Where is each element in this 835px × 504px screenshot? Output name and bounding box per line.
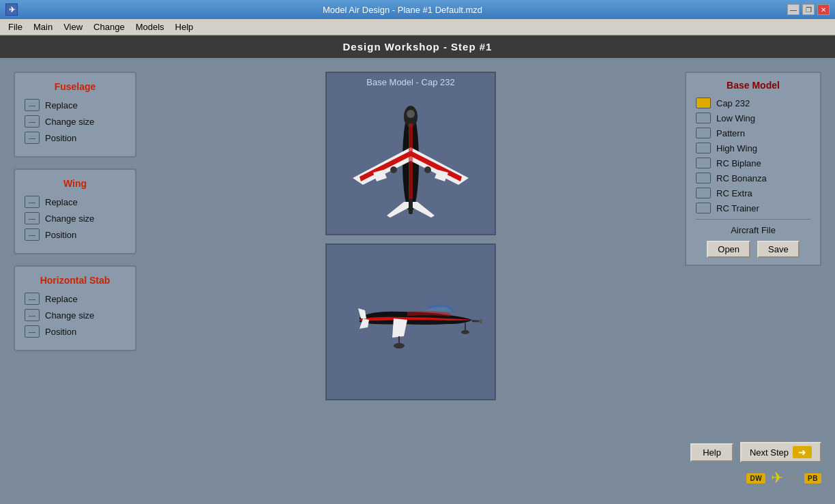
bottom-icons: DW ✈ ➜ PB bbox=[746, 469, 821, 487]
menu-view[interactable]: View bbox=[58, 20, 88, 33]
hstab-changesize-button[interactable]: Change size bbox=[25, 309, 126, 321]
model-rcbiplane-icon bbox=[696, 158, 711, 168]
svg-point-5 bbox=[424, 166, 431, 173]
model-lowwing-label: Low Wing bbox=[716, 113, 755, 123]
preview-top-label: Base Model - Cap 232 bbox=[327, 77, 495, 87]
model-lowwing-icon bbox=[696, 113, 711, 123]
wing-position-icon bbox=[25, 228, 40, 241]
close-button[interactable]: ✕ bbox=[817, 4, 830, 15]
hstab-position-icon bbox=[25, 325, 40, 338]
model-cap232-label: Cap 232 bbox=[716, 98, 750, 108]
hstab-position-label: Position bbox=[45, 327, 76, 337]
plane-side-svg bbox=[339, 284, 482, 359]
fuselage-title: Fuselage bbox=[25, 81, 126, 92]
fuselage-changesize-icon bbox=[25, 115, 40, 128]
restore-button[interactable]: ❐ bbox=[802, 4, 815, 15]
dw-badge[interactable]: DW bbox=[746, 473, 765, 484]
title-bar: ✈ Model Air Design - Plane #1 Default.mz… bbox=[0, 0, 835, 19]
fuselage-replace-button[interactable]: Replace bbox=[25, 99, 126, 111]
arrow-icon: ➜ bbox=[789, 471, 799, 486]
svg-point-7 bbox=[479, 319, 482, 323]
open-button[interactable]: Open bbox=[707, 241, 750, 258]
model-item-highwing[interactable]: High Wing bbox=[696, 143, 810, 153]
wing-changesize-button[interactable]: Change size bbox=[25, 212, 126, 224]
wing-replace-label: Replace bbox=[45, 197, 78, 207]
model-pattern-icon bbox=[696, 128, 711, 138]
hstab-changesize-label: Change size bbox=[45, 310, 94, 321]
model-rcextra-label: RC Extra bbox=[716, 188, 752, 198]
next-step-button[interactable]: Next Step ➜ bbox=[740, 442, 821, 462]
minimize-button[interactable]: — bbox=[787, 4, 800, 15]
right-panel: Base Model Cap 232 Low Wing Pattern High… bbox=[685, 72, 821, 487]
main-content: Fuselage Replace Change size Position Wi… bbox=[0, 58, 835, 501]
svg-point-11 bbox=[461, 330, 469, 334]
preview-top: Base Model - Cap 232 bbox=[325, 72, 496, 235]
menu-models[interactable]: Models bbox=[130, 20, 170, 33]
model-item-rcbonanza[interactable]: RC Bonanza bbox=[696, 173, 810, 183]
next-arrow-icon: ➜ bbox=[793, 446, 812, 458]
model-cap232-icon bbox=[696, 98, 711, 108]
menu-main[interactable]: Main bbox=[28, 20, 58, 33]
divider bbox=[696, 219, 810, 220]
wing-replace-button[interactable]: Replace bbox=[25, 196, 126, 208]
wing-changesize-icon bbox=[25, 212, 40, 224]
model-item-pattern[interactable]: Pattern bbox=[696, 128, 810, 138]
fuselage-position-button[interactable]: Position bbox=[25, 132, 126, 144]
center-panel: Base Model - Cap 232 bbox=[150, 72, 671, 487]
menu-file[interactable]: File bbox=[3, 20, 28, 33]
svg-rect-2 bbox=[409, 197, 413, 214]
hstab-box: Horizontal Stab Replace Change size Posi… bbox=[14, 265, 136, 351]
model-item-lowwing[interactable]: Low Wing bbox=[696, 113, 810, 123]
plane-icon: ✈ bbox=[771, 469, 783, 487]
svg-point-9 bbox=[394, 343, 405, 349]
model-item-rctrainer[interactable]: RC Trainer bbox=[696, 203, 810, 213]
help-button[interactable]: Help bbox=[690, 443, 733, 462]
window-controls: — ❐ ✕ bbox=[787, 4, 830, 15]
fuselage-box: Fuselage Replace Change size Position bbox=[14, 72, 136, 158]
preview-bottom bbox=[325, 243, 496, 400]
model-rctrainer-icon bbox=[696, 203, 711, 213]
model-rctrainer-label: RC Trainer bbox=[716, 203, 759, 213]
hstab-title: Horizontal Stab bbox=[25, 275, 126, 286]
app-icon: ✈ bbox=[5, 3, 18, 16]
hstab-position-button[interactable]: Position bbox=[25, 325, 126, 338]
fuselage-replace-icon bbox=[25, 99, 40, 111]
hstab-replace-label: Replace bbox=[45, 294, 78, 304]
aircraft-file-title: Aircraft File bbox=[696, 225, 810, 235]
fuselage-changesize-label: Change size bbox=[45, 117, 94, 127]
menu-change[interactable]: Change bbox=[88, 20, 130, 33]
model-pattern-label: Pattern bbox=[716, 128, 745, 138]
model-highwing-icon bbox=[696, 143, 711, 153]
base-model-title: Base Model bbox=[696, 80, 810, 91]
hstab-replace-button[interactable]: Replace bbox=[25, 293, 126, 305]
left-panel: Fuselage Replace Change size Position Wi… bbox=[14, 72, 136, 487]
save-button[interactable]: Save bbox=[757, 241, 800, 258]
svg-point-3 bbox=[407, 110, 415, 118]
plane-top-svg bbox=[339, 96, 482, 222]
wing-position-button[interactable]: Position bbox=[25, 228, 126, 241]
svg-rect-6 bbox=[409, 123, 413, 198]
action-buttons: Help Next Step ➜ bbox=[690, 442, 821, 462]
fuselage-changesize-button[interactable]: Change size bbox=[25, 115, 126, 128]
menu-help[interactable]: Help bbox=[170, 20, 199, 33]
svg-point-4 bbox=[390, 166, 397, 173]
model-item-rcbiplane[interactable]: RC Biplane bbox=[696, 158, 810, 168]
model-highwing-label: High Wing bbox=[716, 143, 757, 153]
fuselage-position-label: Position bbox=[45, 133, 76, 143]
window-title: Model Air Design - Plane #1 Default.mzd bbox=[18, 5, 787, 15]
wing-replace-icon bbox=[25, 196, 40, 208]
wing-changesize-label: Change size bbox=[45, 213, 94, 224]
base-model-box: Base Model Cap 232 Low Wing Pattern High… bbox=[685, 72, 821, 266]
wing-title: Wing bbox=[25, 178, 126, 189]
step-header: Design Workshop - Step #1 bbox=[0, 35, 835, 58]
model-rcbonanza-label: RC Bonanza bbox=[716, 173, 767, 183]
model-item-rcextra[interactable]: RC Extra bbox=[696, 188, 810, 198]
menu-bar: File Main View Change Models Help bbox=[0, 19, 835, 35]
fuselage-position-icon bbox=[25, 132, 40, 144]
pb-badge[interactable]: PB bbox=[804, 473, 821, 484]
model-item-cap232[interactable]: Cap 232 bbox=[696, 98, 810, 108]
wing-position-label: Position bbox=[45, 230, 76, 240]
fuselage-replace-label: Replace bbox=[45, 100, 78, 110]
file-buttons: Open Save bbox=[696, 241, 810, 258]
model-rcbonanza-icon bbox=[696, 173, 711, 183]
